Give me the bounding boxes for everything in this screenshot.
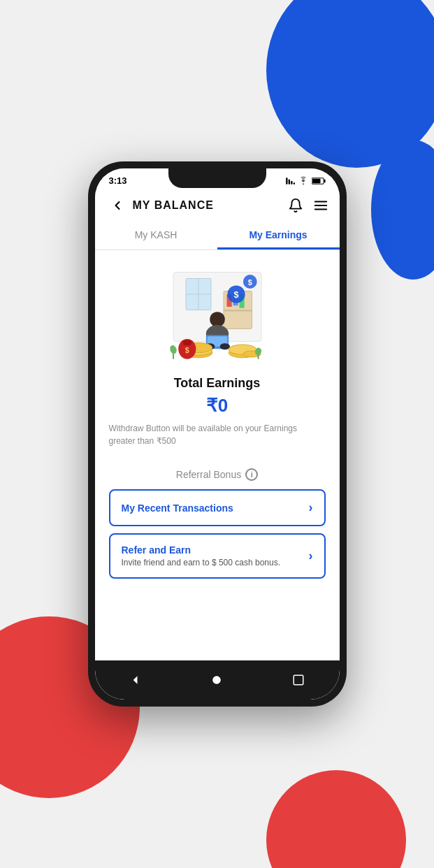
app-header: MY BALANCE xyxy=(95,189,340,222)
phone-screen: 3:13 xyxy=(95,168,340,700)
earnings-note: Withdraw Button will be available on you… xyxy=(109,422,326,447)
status-time: 3:13 xyxy=(109,175,127,186)
nav-back-button[interactable] xyxy=(122,666,150,694)
svg-rect-18 xyxy=(224,310,252,312)
svg-rect-2 xyxy=(291,181,292,185)
svg-text:$: $ xyxy=(233,290,238,300)
recent-transactions-title: My Recent Transactions xyxy=(122,502,233,514)
recent-transactions-chevron: › xyxy=(309,500,313,515)
referral-bonus-label: Referral Bonus xyxy=(176,469,241,480)
svg-rect-0 xyxy=(286,178,287,184)
back-button[interactable] xyxy=(106,194,129,217)
refer-and-earn-content: Refer and Earn Invite friend and earn to… xyxy=(122,544,281,567)
hamburger-icon xyxy=(313,198,328,213)
menu-button[interactable] xyxy=(313,198,328,213)
tab-my-earnings[interactable]: My Earnings xyxy=(217,222,340,249)
recent-transactions-item[interactable]: My Recent Transactions › xyxy=(109,489,326,526)
svg-rect-1 xyxy=(288,179,289,184)
nav-back-icon xyxy=(129,673,143,687)
refer-and-earn-title: Refer and Earn xyxy=(122,544,281,556)
nav-home-icon xyxy=(210,673,224,687)
svg-point-19 xyxy=(210,312,225,327)
referral-bonus-section: Referral Bonus i xyxy=(176,468,258,481)
content-area: $ $ $ Total Earnin xyxy=(95,250,340,660)
bg-blob-red-bottom xyxy=(266,770,406,868)
wifi-icon xyxy=(298,176,309,186)
bell-button[interactable] xyxy=(288,198,303,213)
recent-transactions-content: My Recent Transactions xyxy=(122,502,233,514)
illustration-svg: $ $ $ xyxy=(154,257,280,369)
info-icon[interactable]: i xyxy=(245,468,258,481)
tabs-bar: My KASH My Earnings xyxy=(95,222,340,250)
refer-and-earn-chevron: › xyxy=(309,549,313,563)
bottom-navigation xyxy=(95,660,340,700)
nav-recents-icon xyxy=(292,674,305,686)
phone-shell: 3:13 xyxy=(88,161,347,707)
svg-text:$: $ xyxy=(247,278,252,287)
refer-and-earn-subtitle: Invite friend and earn to $ 500 cash bon… xyxy=(122,558,281,567)
svg-point-39 xyxy=(168,345,178,355)
svg-rect-5 xyxy=(324,179,325,182)
total-earnings-label: Total Earnings xyxy=(174,376,261,391)
total-earnings-value: ₹0 xyxy=(206,395,228,417)
bell-icon xyxy=(288,198,303,213)
header-title: MY BALANCE xyxy=(133,199,288,212)
notch xyxy=(168,168,266,188)
svg-marker-42 xyxy=(133,676,137,684)
tab-my-kash[interactable]: My KASH xyxy=(95,222,217,249)
battery-icon xyxy=(312,177,326,185)
earnings-illustration: $ $ $ xyxy=(154,257,280,369)
status-bar: 3:13 xyxy=(95,168,340,189)
svg-point-24 xyxy=(219,343,229,349)
nav-recents-button[interactable] xyxy=(284,666,312,694)
status-icons xyxy=(285,176,326,186)
sim-icon xyxy=(285,176,295,186)
back-arrow-icon xyxy=(110,198,124,212)
svg-text:$: $ xyxy=(185,346,189,354)
svg-rect-6 xyxy=(312,178,320,182)
nav-home-button[interactable] xyxy=(203,666,231,694)
svg-point-43 xyxy=(213,676,222,684)
refer-and-earn-item[interactable]: Refer and Earn Invite friend and earn to… xyxy=(109,533,326,579)
svg-rect-44 xyxy=(294,675,303,685)
svg-rect-29 xyxy=(182,340,191,345)
header-actions xyxy=(288,198,328,213)
svg-rect-3 xyxy=(293,182,294,184)
